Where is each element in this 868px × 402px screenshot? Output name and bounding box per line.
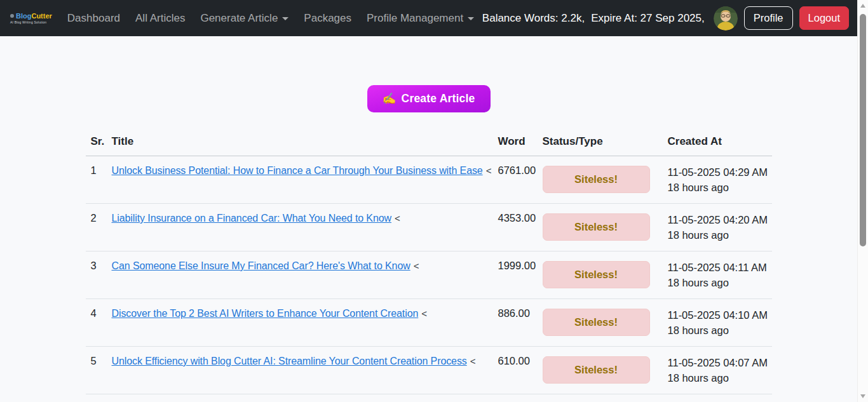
created-at-relative: 18 hours ago xyxy=(668,275,767,290)
row-created-at-cell: 11-05-2025 04:11 AM 18 hours ago xyxy=(663,251,772,299)
created-at-relative: 18 hours ago xyxy=(668,370,767,385)
brand-logo[interactable]: BlogCutter AI Blog Writing Solution xyxy=(10,13,52,24)
title-suffix-glyph: < xyxy=(470,356,476,366)
created-at-date: 11-05-2025 04:11 AM xyxy=(668,260,767,275)
writing-hand-icon: ✍️ xyxy=(383,92,397,105)
row-created-at-cell: 11-05-2025 03:23 AM xyxy=(663,394,772,402)
row-title-cell: Unlock Business Potential: How to Financ… xyxy=(107,156,493,204)
column-header-title: Title xyxy=(107,130,493,156)
user-avatar-image xyxy=(714,6,738,30)
chevron-down-icon xyxy=(282,17,288,20)
table-row: 2 Liability Insurance on a Financed Car:… xyxy=(86,204,772,251)
nav-menu: Dashboard All Articles Generate Article … xyxy=(60,7,482,30)
table-header-row: Sr. Title Word Status/Type Created At xyxy=(86,130,772,156)
status-badge: Siteless! xyxy=(543,261,650,288)
scrollbar-thumb[interactable] xyxy=(860,14,866,246)
row-title-cell: Dr. Muhammad Yunus: Pioneering Microfina… xyxy=(107,394,493,402)
row-word-count: 886.00 xyxy=(493,299,538,347)
column-header-sr: Sr. xyxy=(86,130,107,156)
row-status-cell: Siteless! xyxy=(538,204,663,251)
top-navbar: BlogCutter AI Blog Writing Solution Dash… xyxy=(0,0,868,36)
row-serial: 6 xyxy=(86,394,107,402)
table-row: 6 Dr. Muhammad Yunus: Pioneering Microfi… xyxy=(86,394,772,402)
row-created-at-cell: 11-05-2025 04:10 AM 18 hours ago xyxy=(663,299,772,347)
table-row: 3 Can Someone Else Insure My Financed Ca… xyxy=(86,251,772,299)
row-status-cell: Siteless! xyxy=(538,347,663,394)
brand-logo-icon xyxy=(10,14,14,18)
table-row: 1 Unlock Business Potential: How to Fina… xyxy=(86,156,772,204)
row-created-at-cell: 11-05-2025 04:07 AM 18 hours ago xyxy=(663,347,772,394)
column-header-created-at: Created At xyxy=(663,130,772,156)
article-title-link[interactable]: Liability Insurance on a Financed Car: W… xyxy=(112,213,392,224)
profile-button[interactable]: Profile xyxy=(744,6,793,30)
nav-item-packages[interactable]: Packages xyxy=(296,7,359,30)
created-at-relative: 18 hours ago xyxy=(668,227,767,243)
row-word-count: 6761.00 xyxy=(493,156,538,204)
row-serial: 2 xyxy=(86,204,107,251)
row-title-cell: Unlock Efficiency with Blog Cutter AI: S… xyxy=(107,347,493,394)
title-suffix-glyph: < xyxy=(395,213,400,224)
article-title-link[interactable]: Can Someone Else Insure My Financed Car?… xyxy=(112,260,410,271)
table-row: 5 Unlock Efficiency with Blog Cutter AI:… xyxy=(86,347,772,394)
nav-right-section: Balance Words: 2.2k, Expire At: 27 Sep 2… xyxy=(482,6,849,30)
row-word-count: 610.00 xyxy=(493,347,538,394)
title-suffix-glyph: < xyxy=(486,165,492,176)
created-at-date: 11-05-2025 04:20 AM xyxy=(668,212,767,227)
row-word-count: 4353.00 xyxy=(493,204,538,251)
brand-tagline: AI Blog Writing Solution xyxy=(10,21,52,24)
article-title-link[interactable]: Discover the Top 2 Best AI Writers to En… xyxy=(112,308,419,319)
created-at-date: 11-05-2025 04:10 AM xyxy=(668,307,767,323)
row-created-at-cell: 11-05-2025 04:20 AM 18 hours ago xyxy=(663,204,772,251)
row-serial: 4 xyxy=(86,299,107,347)
logout-button[interactable]: Logout xyxy=(799,6,849,30)
article-title-link[interactable]: Unlock Efficiency with Blog Cutter AI: S… xyxy=(112,356,467,366)
created-at-date: 11-05-2025 04:29 AM xyxy=(668,164,767,180)
article-title-link[interactable]: Unlock Business Potential: How to Financ… xyxy=(112,165,483,176)
create-article-button[interactable]: ✍️Create Article xyxy=(367,85,491,112)
row-serial: 1 xyxy=(86,156,107,204)
user-avatar xyxy=(714,6,738,30)
nav-item-generate-article[interactable]: Generate Article xyxy=(193,7,296,30)
created-at-date: 11-05-2025 04:07 AM xyxy=(668,355,767,370)
brand-name-secondary: Cutter xyxy=(31,12,51,20)
column-header-word: Word xyxy=(493,130,538,156)
row-word-count: 1999.00 xyxy=(493,251,538,299)
status-badge: Siteless! xyxy=(543,309,650,336)
nav-item-all-articles[interactable]: All Articles xyxy=(128,7,193,30)
row-title-cell: Liability Insurance on a Financed Car: W… xyxy=(107,204,493,251)
articles-table-body: 1 Unlock Business Potential: How to Fina… xyxy=(86,156,772,402)
nav-item-profile-management[interactable]: Profile Management xyxy=(359,7,482,30)
row-title-cell: Can Someone Else Insure My Financed Car?… xyxy=(107,251,493,299)
row-serial: 3 xyxy=(86,251,107,299)
scrollbar-up-arrow-icon[interactable] xyxy=(860,4,865,8)
status-badge: Siteless! xyxy=(543,213,650,241)
nav-item-dashboard[interactable]: Dashboard xyxy=(60,7,128,30)
expire-at-text: Expire At: 27 Sep 2025, xyxy=(591,12,705,25)
title-suffix-glyph: < xyxy=(414,260,419,271)
row-status-cell: Siteless! xyxy=(538,156,663,204)
balance-words-text: Balance Words: 2.2k, xyxy=(482,12,585,25)
table-row: 4 Discover the Top 2 Best AI Writers to … xyxy=(86,299,772,347)
row-serial: 5 xyxy=(86,347,107,394)
scrollbar-down-arrow-icon[interactable] xyxy=(860,394,865,398)
page-area: ✍️Create Article Sr. Title Word Status/T… xyxy=(0,85,857,402)
row-status-cell: Siteless! xyxy=(538,299,663,347)
brand-name-primary: Blog xyxy=(16,12,31,20)
row-created-at-cell: 11-05-2025 04:29 AM 18 hours ago xyxy=(663,156,772,204)
row-word-count: 4498.00 xyxy=(493,394,538,402)
column-header-status-type: Status/Type xyxy=(538,130,663,156)
chevron-down-icon xyxy=(468,17,474,20)
row-status-cell: Siteless! xyxy=(538,394,663,402)
status-badge: Siteless! xyxy=(543,356,650,384)
title-suffix-glyph: < xyxy=(421,308,427,319)
articles-table: Sr. Title Word Status/Type Created At 1 … xyxy=(86,130,772,402)
row-status-cell: Siteless! xyxy=(538,251,663,299)
row-title-cell: Discover the Top 2 Best AI Writers to En… xyxy=(107,299,493,347)
created-at-relative: 18 hours ago xyxy=(668,180,767,195)
created-at-relative: 18 hours ago xyxy=(668,323,767,338)
vertical-scrollbar[interactable] xyxy=(857,0,868,402)
create-article-label: Create Article xyxy=(402,92,475,105)
status-badge: Siteless! xyxy=(543,166,650,193)
